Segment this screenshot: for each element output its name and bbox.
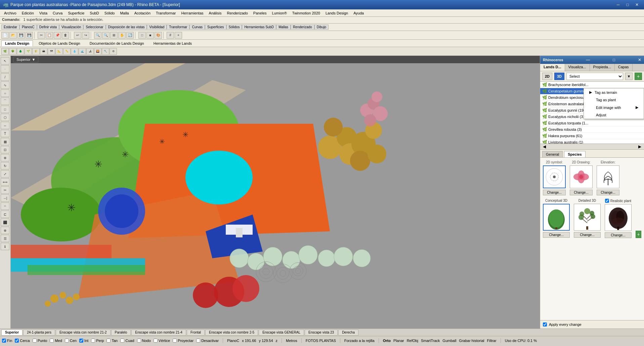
menu-ayuda[interactable]: Ayuda (351, 10, 367, 16)
open-btn[interactable]: 📂 (9, 32, 17, 39)
ld-icon-7[interactable]: 🗺 (48, 48, 55, 55)
elevation-change-btn[interactable]: Change... (597, 190, 619, 195)
conceptual-3d-preview[interactable] (543, 204, 570, 231)
layer-tool[interactable]: ☰ (1, 235, 9, 242)
realistic-add-btn[interactable]: + (636, 231, 641, 238)
ld-icon-8[interactable]: 📐 (55, 48, 63, 55)
scroll-right[interactable]: ▶ (637, 144, 643, 149)
panel-max-btn[interactable]: □ (613, 57, 615, 62)
perp-checkbox[interactable] (91, 339, 95, 343)
view-tab-enscape-23[interactable]: Enscape vista 23 (305, 330, 338, 336)
point-tool[interactable]: · (1, 65, 9, 73)
menu-lands[interactable]: Lands Design (323, 10, 351, 16)
lands-tab-main[interactable]: Lands Design (1, 40, 33, 46)
2d-button[interactable]: 2D (542, 73, 552, 80)
species-tab-general[interactable]: General (542, 151, 563, 157)
2d-drawing-change-btn[interactable]: Change... (570, 190, 593, 195)
med-checkbox[interactable] (50, 339, 54, 343)
mirror-tool[interactable]: ⟺ (1, 178, 9, 186)
2d-symbol-change-btn[interactable]: Change... (543, 190, 566, 195)
tan-checkbox[interactable] (106, 339, 111, 343)
menu-superficie[interactable]: Superficie (65, 10, 87, 16)
move-tool[interactable]: ⊕ (1, 154, 9, 161)
ld-icon-2[interactable]: 🌳 (9, 48, 16, 55)
menu-twinmotion[interactable]: Twinmotion 2020 (290, 10, 323, 16)
vertice-checkbox[interactable] (154, 339, 158, 343)
menu-subd[interactable]: SubD (87, 10, 102, 16)
ld-icon-12[interactable]: 🏞 (86, 48, 94, 55)
plant-item-hakea[interactable]: 🌿 Hakea purpurea (61) (540, 133, 644, 139)
ctx-edit-image[interactable]: Edit image with ▶ (584, 104, 644, 111)
ld-icon-11[interactable]: 🌊 (79, 48, 86, 55)
view-tab-enscape-21-2[interactable]: Enscape vista con nombre 21-2 (56, 330, 111, 336)
close-button[interactable]: ✕ (633, 1, 641, 8)
view-tab-derecha[interactable]: Derecha (338, 330, 358, 336)
fillet-tool[interactable]: ⌔ (1, 202, 9, 210)
ld-icon-4[interactable]: 🌱 (25, 48, 32, 55)
toolbar-planosc[interactable]: PlanosC (19, 25, 37, 30)
toolbar-seleccionar[interactable]: Seleccionar (83, 25, 105, 30)
snap-tool[interactable]: ⊡ (1, 146, 9, 153)
toolbar-estandar[interactable]: Estándar (1, 25, 19, 30)
extrude-tool[interactable]: ⬛ (1, 219, 9, 226)
arc-tool[interactable]: ⌒ (1, 98, 9, 105)
proyectar-checkbox[interactable] (173, 339, 177, 343)
toolbar-herramientas-subd[interactable]: Herramientas SubD (242, 25, 276, 30)
toolbar-visualizacion[interactable]: Visualización (59, 25, 83, 30)
menu-malla[interactable]: Malla (117, 10, 131, 16)
maximize-button[interactable]: □ (623, 1, 632, 8)
menu-analisis[interactable]: Análisis (206, 10, 224, 16)
select-tool[interactable]: ↖ (1, 57, 9, 65)
pan-btn[interactable]: ✋ (118, 32, 126, 39)
menu-herramientas[interactable]: Herramientas (179, 10, 206, 16)
undo-btn[interactable]: ↩ (74, 32, 81, 39)
toolbar-disposicion[interactable]: Disposición de las vistas (106, 25, 147, 30)
view-tab-frontal[interactable]: Frontal (187, 330, 205, 336)
menu-archivo[interactable]: Archivo (1, 10, 19, 16)
int-checkbox[interactable] (79, 339, 83, 343)
poly-tool[interactable]: ⬡ (1, 114, 9, 121)
ld-icon-1[interactable]: 🌿 (1, 48, 9, 55)
toolbar-mallas[interactable]: Mallas (276, 25, 291, 30)
panel-tab-lands[interactable]: Lands D... (540, 64, 565, 71)
saveas-btn[interactable]: 💾 (26, 32, 33, 39)
2d-drawing-preview[interactable] (570, 165, 593, 188)
rotate-side-tool[interactable]: ↻ (1, 162, 9, 169)
toolbar-transformar[interactable]: Transformar (167, 25, 189, 30)
lands-tab-objects[interactable]: Objetos de Lands Design (35, 40, 84, 46)
punto-checkbox[interactable] (33, 339, 37, 343)
curve-tool[interactable]: ∿ (1, 81, 9, 89)
render-btn[interactable]: 🎨 (155, 32, 162, 39)
menu-vista[interactable]: Vista (37, 10, 50, 16)
toolbar-curvas[interactable]: Curvas (189, 25, 205, 30)
ld-icon-14[interactable]: 🔧 (102, 48, 109, 55)
viewport-label[interactable]: Superior ▼ (13, 56, 38, 63)
line-tool[interactable]: / (1, 73, 9, 81)
toolbar-renderizado[interactable]: Renderizado (291, 25, 314, 30)
view-tab-paralelo[interactable]: Paralelo (111, 330, 131, 336)
toolbar-solidos[interactable]: Sólidos (226, 25, 242, 30)
nodo-checkbox[interactable] (137, 339, 141, 343)
landscape-canvas[interactable]: ✳ ✳ ✳ ✳ ✳ (11, 63, 540, 329)
status-gumball[interactable]: Gumball (442, 339, 456, 343)
toolbar-dibujo[interactable]: Dibujo (314, 25, 329, 30)
ctx-tag-terrain[interactable]: ▶ Tag as terrain (584, 88, 644, 96)
offset-tool[interactable]: ⊏ (1, 210, 9, 218)
select-dropdown[interactable]: Select All None By species (566, 73, 623, 80)
ctx-adjust[interactable]: Adjust (584, 111, 644, 119)
species-content[interactable]: 2D symbol: Change... 2D Drawing: (540, 158, 644, 320)
species-tab-species[interactable]: Species (564, 151, 586, 157)
copy-btn[interactable]: 📋 (46, 32, 53, 39)
zoom-out-btn[interactable]: 🔍 (102, 32, 110, 39)
rotate-btn[interactable]: 🔄 (126, 32, 134, 39)
plant-item-eucalyptus-torquata[interactable]: 🌿 Eucalyptus torquata (1... (540, 120, 644, 126)
save-btn[interactable]: 💾 (17, 32, 25, 39)
new-btn[interactable]: 📄 (1, 32, 9, 39)
lands-tab-docs[interactable]: Documentación de Lands Design (86, 40, 148, 46)
conceptual-3d-change-btn[interactable]: Change... (543, 232, 570, 238)
zoom-extent-btn[interactable]: ⊞ (110, 32, 118, 39)
props-tool[interactable]: ℹ (1, 243, 9, 250)
cut-btn[interactable]: ✂ (38, 32, 45, 39)
toolbar-visibilidad[interactable]: Visibilidad (147, 25, 167, 30)
realistic-plant-checkbox[interactable] (605, 199, 609, 203)
